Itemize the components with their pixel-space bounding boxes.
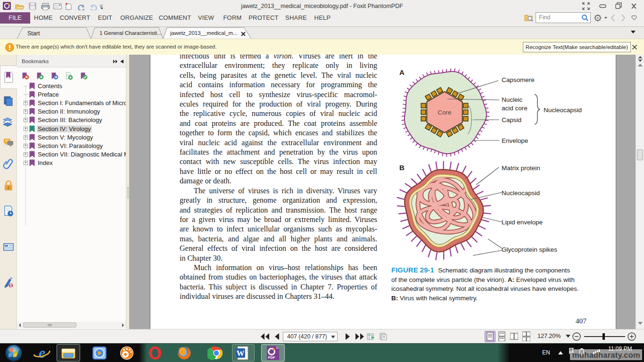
svg-text:B: B — [399, 164, 405, 172]
svg-text:Capsid: Capsid — [502, 116, 521, 123]
svg-text:Nucleic: Nucleic — [502, 96, 523, 103]
svg-text:Core: Core — [438, 109, 451, 116]
svg-text:acid core: acid core — [502, 105, 528, 112]
svg-text:Matrix protein: Matrix protein — [502, 165, 540, 172]
svg-text:Lipid envelope: Lipid envelope — [502, 219, 543, 226]
svg-text:Capsomere: Capsomere — [502, 76, 535, 83]
svg-text:Glycoprotein spikes: Glycoprotein spikes — [502, 246, 557, 253]
svg-text:Nucleocapsid: Nucleocapsid — [544, 107, 582, 114]
svg-text:e: e — [39, 345, 45, 361]
svg-text:PDF: PDF — [268, 355, 275, 360]
svg-text:W: W — [237, 349, 245, 358]
svg-text:Envelope: Envelope — [502, 137, 528, 144]
svg-text:Nucleocapsid: Nucleocapsid — [502, 189, 540, 197]
svg-text:A: A — [399, 68, 405, 76]
